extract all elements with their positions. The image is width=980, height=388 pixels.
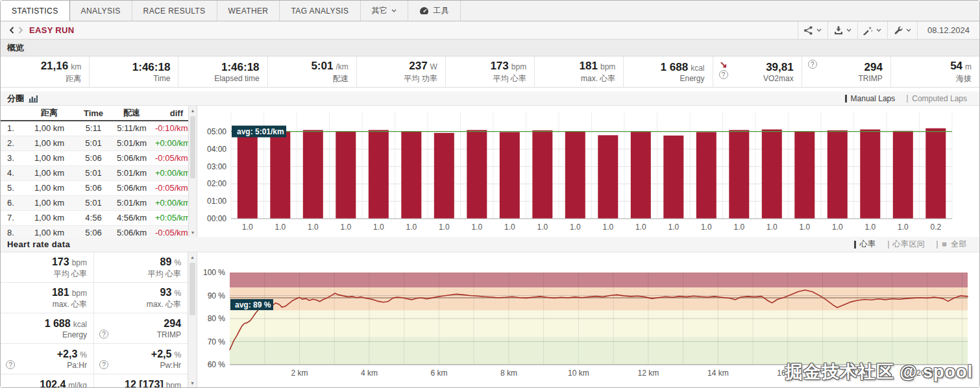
tab-tools[interactable]: 工具 (408, 1, 461, 21)
stat-label: TRIMP (157, 330, 181, 339)
hr-stat--: 173bpm平均 心率 (1, 252, 94, 283)
lap-row[interactable]: 3.1,00 km5:065:06/km-0:05/km (1, 151, 188, 165)
edit-button[interactable] (857, 21, 887, 39)
help-icon[interactable]: ? (99, 330, 108, 339)
svg-text:20 km: 20 km (916, 369, 938, 378)
hr-stat-peak-epoc: ?102,4ml/kgPeak Epoc (1, 374, 94, 387)
scroll-down-icon[interactable]: ▼ (188, 378, 197, 387)
lap-row[interactable]: 4.1,00 km5:015:01/km+0:00/km (1, 165, 188, 180)
svg-text:0.2: 0.2 (930, 223, 941, 232)
svg-text:4 km: 4 km (361, 369, 378, 378)
hr-scroll-thumb[interactable] (190, 263, 195, 315)
heart-rate-scrollbar[interactable]: ▲ ▼ (188, 252, 197, 387)
svg-text:1.0: 1.0 (799, 223, 810, 232)
svg-text:100 %: 100 % (203, 268, 225, 277)
lap-index: 5. (1, 180, 23, 195)
toolbar-actions: 08.12.2024 (798, 21, 979, 39)
laps-scrollbar[interactable]: ▲ ▼ (188, 106, 197, 237)
next-activity-button[interactable] (16, 27, 25, 34)
lap-row[interactable]: 1.1,00 km5:115:11/km-0:10/km (1, 121, 188, 136)
magic-wand-icon (863, 26, 873, 35)
tab-tag-analysis[interactable]: TAG ANALYSIS (280, 1, 360, 21)
scroll-up-icon[interactable]: ▲ (189, 106, 197, 115)
lap-time: 5:06 (76, 151, 111, 165)
view-manual-laps[interactable]: Manual Laps (839, 94, 901, 103)
view-hr[interactable]: 心率 (848, 239, 882, 250)
hr-scroll-track[interactable] (188, 261, 197, 378)
tab-weather[interactable]: WEATHER (217, 1, 280, 21)
lap-row[interactable]: 5.1,00 km5:065:06/km-0:05/km (1, 180, 188, 195)
tab-statistics[interactable]: STATISTICS (1, 1, 70, 21)
settings-button[interactable] (887, 21, 917, 39)
lap-diff: -0:05/km (153, 180, 188, 195)
activity-date[interactable]: 08.12.2024 (917, 21, 979, 39)
laps-scroll-track[interactable] (189, 115, 197, 228)
laps-scroll-thumb[interactable] (190, 116, 195, 178)
lap-row[interactable]: 2.1,00 km5:015:01/km+0:00/km (1, 136, 188, 151)
stat-label: max. 心率 (581, 73, 615, 84)
stat-value: 1:46:18 (132, 60, 171, 74)
lap-distance: 1,00 km (23, 136, 76, 151)
svg-text:6 km: 6 km (430, 369, 447, 378)
tab-race-results[interactable]: RACE RESULTS (132, 1, 217, 21)
svg-text:1.0: 1.0 (864, 223, 876, 232)
scroll-up-icon[interactable]: ▲ (188, 252, 197, 261)
heart-rate-view-switch: 心率心率区间≡全部 (848, 239, 973, 250)
stat-value: 1:46:18 (221, 60, 260, 74)
lap-index: 1. (1, 121, 23, 136)
lap-row[interactable]: 8.1,00 km5:065:06/km-0:05/km (1, 225, 188, 237)
stat-value: 237W (409, 59, 437, 73)
help-icon[interactable]: ? (808, 60, 817, 69)
lap-pace: 5:11/km (111, 121, 153, 136)
share-button[interactable] (798, 21, 827, 39)
stat-label: 平均 心率 (54, 269, 87, 280)
view-all[interactable]: ≡全部 (931, 239, 973, 250)
stat-value: 1 688kcal (661, 60, 705, 74)
view-computed-laps[interactable]: Computed Laps (901, 94, 973, 103)
heart-rate-chart-svg: 60 %70 %80 %90 %100 %2 km4 km6 km8 km10 … (197, 252, 979, 387)
heart-rate-stats-pane: 173bpm平均 心率89%平均 心率181bpmmax. 心率93%max. … (1, 252, 197, 387)
svg-text:1.0: 1.0 (635, 223, 646, 232)
bar-chart-icon[interactable] (29, 95, 38, 103)
stat-unit: ml/kg (68, 381, 87, 387)
tab-other[interactable]: 其它 (361, 1, 409, 21)
lap-distance: 1,00 km (23, 225, 76, 237)
lap-time: 5:01 (76, 136, 111, 151)
tab-analysis[interactable]: ANALYSIS (70, 1, 132, 21)
tab-label: WEATHER (228, 6, 269, 16)
lap-pace-chart: 00:0001:0002:0003:0004:0005:001.01.01.01… (197, 106, 979, 237)
stat-label: 平均 功率 (404, 73, 437, 84)
stat-unit: bpm (72, 258, 87, 267)
previous-activity-button[interactable] (7, 27, 16, 34)
hr-stat-pw-hr: ?+2,5%Pw:Hr (94, 344, 188, 374)
lap-time: 5:01 (76, 165, 111, 180)
hr-stat-max-: 181bpmmax. 心率 (1, 283, 94, 313)
stat-unit: bpm (511, 62, 526, 71)
stat-value: 294 (864, 60, 883, 74)
scroll-down-icon[interactable]: ▼ (189, 228, 197, 237)
help-icon[interactable]: ? (99, 360, 108, 369)
stat-value: 5:01/km (311, 59, 348, 73)
separator (845, 95, 847, 103)
stat-unit: W (430, 62, 437, 71)
lap-time: 5:06 (76, 225, 111, 237)
lap-row[interactable]: 7.1,00 km4:564:56/km+0:05/km (1, 210, 188, 225)
export-button[interactable] (827, 21, 857, 39)
help-icon[interactable]: ? (6, 360, 15, 369)
stat--: 173bpm平均 心率 (446, 56, 535, 87)
stat-value: 39,81 (766, 60, 794, 74)
lap-pace: 5:01/km (111, 136, 153, 151)
stat-unit: kcal (691, 64, 704, 73)
lap-pace: 5:01/km (111, 165, 153, 180)
laps-col-time: Time (76, 106, 111, 121)
stat-value: 89% (160, 256, 181, 269)
lap-row[interactable]: 6.1,00 km5:015:01/km+0:00/km (1, 195, 188, 210)
activity-toolbar: EASY RUN 08.12.2024 (1, 21, 979, 40)
laps-section-header: 分圈 Manual LapsComputed Laps (1, 91, 979, 106)
stat-label: 平均 心率 (148, 269, 181, 280)
help-icon[interactable]: ? (719, 70, 728, 79)
stat-value: 173bpm (52, 256, 87, 269)
view-label: Computed Laps (912, 94, 967, 103)
view-hr-zones[interactable]: 心率区间 (882, 239, 931, 250)
chevron-down-icon (391, 9, 397, 12)
